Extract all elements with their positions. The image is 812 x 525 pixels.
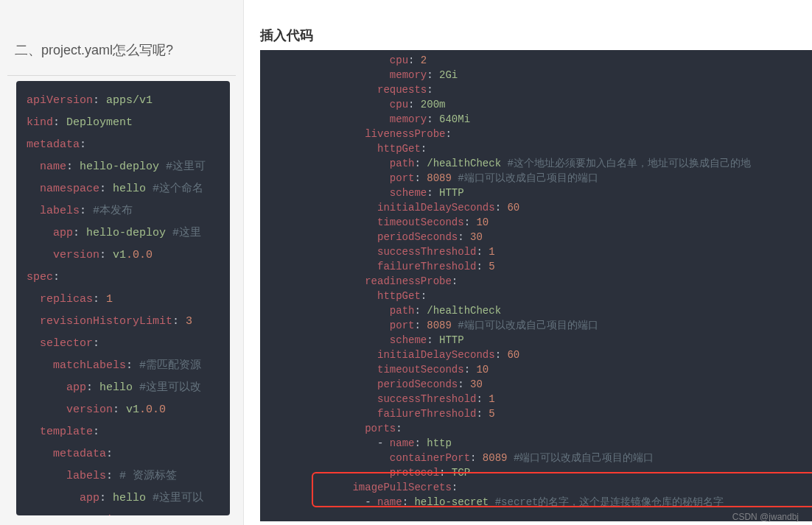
article-main: 插入代码 cpu: 2 memory: 2Gi requests: cpu: 2… bbox=[244, 0, 812, 525]
divider bbox=[7, 75, 236, 76]
left-code-block[interactable]: apiVersion: apps/v1 kind: Deployment met… bbox=[16, 81, 230, 515]
right-code-content: cpu: 2 memory: 2Gi requests: cpu: 200m m… bbox=[315, 53, 812, 510]
toc-sidebar: 二、project.yaml怎么写呢? apiVersion: apps/v1 … bbox=[0, 0, 244, 525]
toc-heading[interactable]: 二、project.yaml怎么写呢? bbox=[15, 41, 173, 59]
left-code-content: apiVersion: apps/v1 kind: Deployment met… bbox=[27, 90, 220, 515]
section-heading: 插入代码 bbox=[260, 27, 313, 44]
right-code-block[interactable]: cpu: 2 memory: 2Gi requests: cpu: 200m m… bbox=[260, 50, 812, 521]
watermark: CSDN @jwandbj bbox=[732, 512, 799, 522]
